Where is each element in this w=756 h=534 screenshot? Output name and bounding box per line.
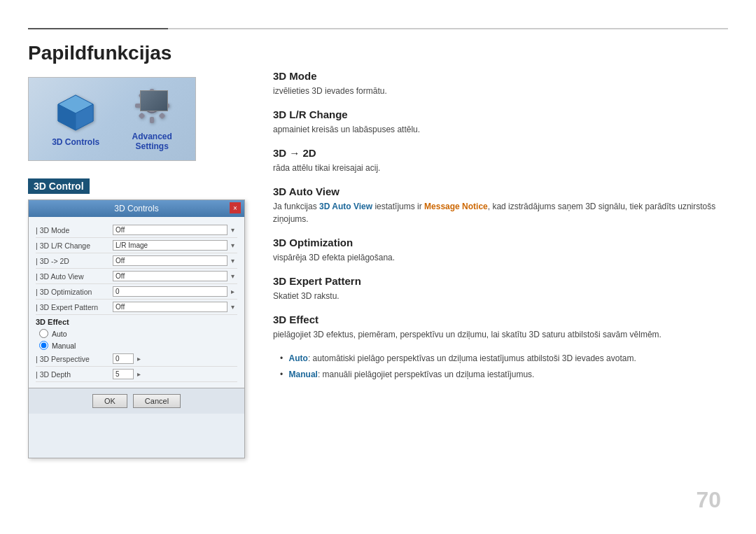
section-3d-optimization: 3D Optimization vispārēja 3D efekta piel… [273,237,728,264]
dialog-arrow-lr-change: ▾ [227,241,237,249]
section-3d-effect: 3D Effect pielāgojiet 3D efektus, piemēr… [273,314,728,381]
radio-auto[interactable] [39,329,48,338]
dialog-arrow-depth: ▸ [134,370,144,378]
dialog-titlebar: 3D Controls × [29,200,244,217]
dialog-arrow-3d-mode: ▾ [227,226,237,234]
page-number: 70 [696,487,721,513]
section-desc-optimization: vispārēja 3D efekta pielāgošana. [273,251,728,264]
dialog-row-auto-view: | 3D Auto View Off ▾ [36,269,237,284]
dialog-value-depth: 5 [113,369,134,379]
section-desc-expert-pattern: Skatiet 3D rakstu. [273,290,728,302]
section-title-3d-mode: 3D Mode [273,70,728,82]
dialog-row-optimization: | 3D Optimization 0 ▸ [36,284,237,300]
dialog-label-3d-mode: | 3D Mode [36,226,113,234]
section-desc-3d-mode: izvēlieties 3D ievades formātu. [273,85,728,97]
dialog-row-lr-change: | 3D L/R Change L/R Image ▾ [36,238,237,253]
dialog-body: | 3D Mode Off ▾ | 3D L/R Change L/R Imag… [29,217,244,388]
section-title-expert-pattern: 3D Expert Pattern [273,275,728,287]
dialog-value-auto-view: Off [113,271,227,281]
menu-label-3d-controls: 3D Controls [52,137,99,147]
dialog-title: 3D Controls [114,204,158,213]
dialog-row-expert-pattern: | 3D Expert Pattern Off ▾ [36,300,237,315]
section-title-auto-view: 3D Auto View [273,185,728,197]
dialog-close-button[interactable]: × [230,202,241,213]
section-3d-2d: 3D → 2D rāda attēlu tikai kreisajai acij… [273,147,728,174]
section-3d-mode: 3D Mode izvēlieties 3D ievades formātu. [273,70,728,97]
auto-view-link2: Message Notice [424,202,488,211]
dialog-label-auto-view: | 3D Auto View [36,272,113,281]
section-label: 3D Control [28,178,90,194]
menu-item-3d-controls: 3D Controls [52,92,99,147]
menu-label-advanced: AdvancedSettings [132,132,172,151]
dialog-footer: OK Cancel [29,388,244,414]
dialog-value-perspective: 0 [113,353,134,364]
cube-icon [55,92,97,134]
section-title-optimization: 3D Optimization [273,237,728,248]
effect-bullet-auto: Auto: automātiski pielāgo perspektīvas u… [280,352,728,365]
dialog-label-perspective: | 3D Perspective [36,355,113,363]
radio-manual[interactable] [39,341,48,350]
dialog-label-3d-2d: | 3D -> 2D [36,257,113,265]
dialog-value-3d-2d: Off [113,255,227,266]
dialog-radio-manual: Manual [36,339,237,351]
dialog-arrow-optimization: ▸ [227,288,237,295]
svg-rect-7 [150,117,154,123]
section-desc-3d-2d: rāda attēlu tikai kreisajai acij. [273,162,728,174]
section-desc-lr-change: apmainiet kreisās un labāspuses attēlu. [273,123,728,136]
dialog-row-3d-2d: | 3D -> 2D Off ▾ [36,253,237,269]
section-3d-expert-pattern: 3D Expert Pattern Skatiet 3D rakstu. [273,275,728,302]
section-title-effect: 3D Effect [273,314,728,325]
top-border-accent [28,28,168,29]
svg-rect-12 [138,113,145,120]
dialog-3d-controls: 3D Controls × | 3D Mode Off ▾ | 3D L/R C… [28,199,245,458]
dialog-value-optimization: 0 [113,286,227,297]
dialog-label-lr-change: | 3D L/R Change [36,241,113,250]
dialog-label-expert-pattern: | 3D Expert Pattern [36,303,113,311]
dialog-ok-button[interactable]: OK [92,394,127,408]
section-3d-lr-change: 3D L/R Change apmainiet kreisās un labās… [273,108,728,136]
dialog-cancel-button[interactable]: Cancel [133,394,181,408]
dialog-row-3d-mode: | 3D Mode Off ▾ [36,223,237,238]
dialog-row-depth: | 3D Depth 5 ▸ [36,367,237,382]
page-title: Papildfunkcijas [28,42,172,64]
section-3d-auto-view: 3D Auto View Ja funkcijas 3D Auto View i… [273,185,728,225]
dialog-arrow-3d-2d: ▾ [227,257,237,265]
menu-item-advanced-settings: AdvancedSettings [132,87,172,151]
dialog-value-expert-pattern: Off [113,302,227,312]
dialog-label-depth: | 3D Depth [36,370,113,379]
radio-auto-label: Auto [52,330,67,338]
dialog-label-optimization: | 3D Optimization [36,288,113,296]
right-content: 3D Mode izvēlieties 3D ievades formātu. … [273,70,728,391]
radio-manual-label: Manual [52,342,76,350]
dialog-value-lr-change: L/R Image [113,240,227,251]
section-desc-auto-view: Ja funkcijas 3D Auto View iestatījums ir… [273,200,728,225]
auto-link: Auto [289,353,308,363]
dialog-value-3d-mode: Off [113,225,227,235]
dialog-row-perspective: | 3D Perspective 0 ▸ [36,351,237,367]
dialog-arrow-auto-view: ▾ [227,272,237,280]
section-title-lr-change: 3D L/R Change [273,108,728,120]
effect-bullet-list: Auto: automātiski pielāgo perspektīvas u… [273,352,728,381]
small-image-overlay [140,90,168,111]
menu-image: 3D Controls AdvancedSettings [28,77,196,161]
effect-bullet-manual: Manual: manuāli pielāgojiet perspektīvas… [280,368,728,381]
dialog-effect-header: 3D Effect [36,315,237,328]
svg-rect-13 [158,113,165,120]
section-desc-effect: pielāgojiet 3D efektus, piemēram, perspe… [273,328,728,341]
dialog-arrow-perspective: ▸ [134,355,144,363]
dialog-radio-auto: Auto [36,328,237,339]
auto-view-link1: 3D Auto View [319,202,372,211]
dialog-arrow-expert-pattern: ▾ [227,303,237,311]
manual-link: Manual [289,370,318,379]
section-title-3d-2d: 3D → 2D [273,147,728,159]
